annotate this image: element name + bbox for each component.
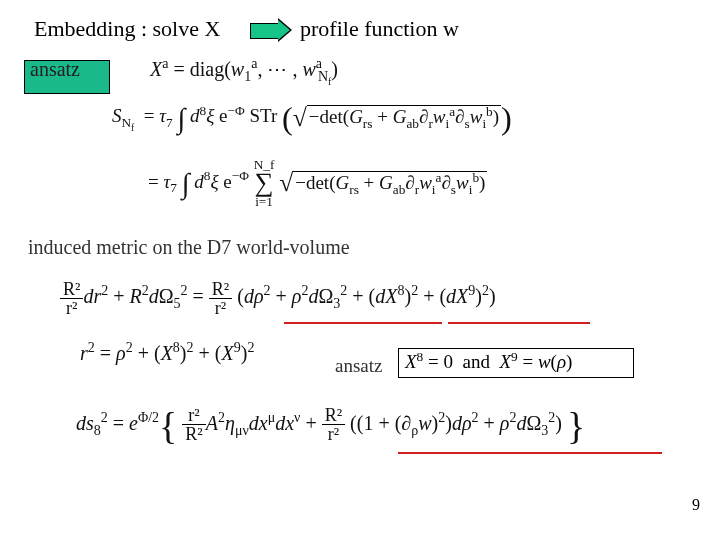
underline-red-3 (398, 452, 522, 454)
underline-red-4 (522, 452, 662, 454)
ansatz-boxed-equation: X8 = 0 and X9 = w(ρ) (398, 348, 634, 378)
equation-x-diag: Xa = diag(w1a, ⋯ , waNf) (150, 57, 338, 82)
embedding-header-right: profile function w (300, 16, 459, 42)
ansatz-label-2: ansatz (335, 355, 382, 377)
underline-red-1 (284, 322, 442, 324)
equation-r-squared: r2 = ρ2 + (X8)2 + (X9)2 (80, 342, 254, 365)
equation-ds8: ds82 = eΦ/2{ r²R²A2ημνdxμdxν + R²r² ((1 … (76, 404, 585, 448)
equation-action-line-2: = τ7 ∫ d8ξ e−Φ N_f∑i=1 √−det(Grs + Gab∂r… (148, 158, 487, 209)
arrow-body (250, 23, 280, 39)
equation-action-line-1: SNf = τ7 ∫ d8ξ e−Φ STr (√−det(Grs + Gab∂… (112, 100, 512, 137)
equation-induced-metric: R²r²dr2 + R2dΩ52 = R²r² (dρ2 + ρ2dΩ32 + … (60, 280, 496, 317)
page-number: 9 (692, 496, 700, 514)
arrow-head-icon (278, 20, 290, 40)
induced-metric-label: induced metric on the D7 world-volume (28, 236, 350, 259)
embedding-header-left: Embedding : solve X (34, 16, 220, 42)
underline-red-2 (448, 322, 590, 324)
ansatz-label-1: ansatz (30, 58, 80, 81)
